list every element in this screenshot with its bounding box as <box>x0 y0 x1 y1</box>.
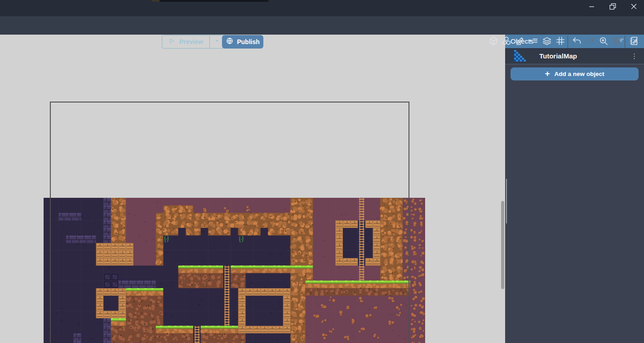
panel-scrollbar[interactable] <box>506 179 507 223</box>
instances-list-button[interactable] <box>528 36 539 48</box>
restore-button[interactable] <box>602 0 623 14</box>
preview-button-main[interactable]: Preview <box>162 36 209 48</box>
delete-button[interactable] <box>611 36 623 48</box>
objects-editor-button[interactable] <box>488 36 499 48</box>
close-icon <box>629 2 638 13</box>
preview-button[interactable]: Preview <box>162 35 225 49</box>
redo-button[interactable] <box>584 36 596 48</box>
object-groups-button[interactable] <box>501 36 512 48</box>
publish-label: Publish <box>237 38 260 45</box>
tab-strip-fragment <box>152 0 160 2</box>
object-list-item[interactable]: TutorialMap ⋮ <box>505 48 644 64</box>
restore-icon <box>608 2 617 13</box>
scene-window-frame <box>50 102 409 343</box>
grid-icon <box>555 36 565 48</box>
edit-properties-button[interactable] <box>514 36 526 48</box>
instances-list-icon <box>529 36 538 48</box>
tab-strip-fragment-dark <box>160 0 268 2</box>
close-button[interactable] <box>623 0 644 14</box>
scene-properties-button[interactable] <box>628 36 640 48</box>
publish-button[interactable]: Publish <box>222 35 263 49</box>
toolbar: Preview Publish <box>0 16 644 35</box>
pencil-icon <box>515 36 525 48</box>
add-object-button[interactable]: + Add a new object <box>511 67 639 80</box>
cube-icon <box>489 36 498 48</box>
zoom-in-button[interactable] <box>598 36 609 48</box>
trash-icon <box>612 36 622 48</box>
undo-icon <box>572 36 582 48</box>
journal-edit-icon <box>629 36 639 48</box>
cubes-icon <box>502 36 511 48</box>
minimize-icon <box>587 2 596 13</box>
play-icon <box>168 37 176 47</box>
object-name: TutorialMap <box>539 48 577 64</box>
canvas-vertical-scrollbar[interactable] <box>501 201 504 289</box>
preview-label: Preview <box>179 38 203 45</box>
toolbar-separator <box>568 36 568 48</box>
titlebar <box>0 0 644 16</box>
row-separator <box>505 64 644 64</box>
redo-icon <box>585 36 595 48</box>
scene-editor-canvas[interactable] <box>0 35 505 343</box>
globe-icon <box>226 37 234 47</box>
objects-panel: Objects TutorialMap ⋮ + Add a new object <box>505 35 644 343</box>
grid-button[interactable] <box>555 36 566 48</box>
toolbar-separator <box>625 36 625 48</box>
layers-icon <box>542 36 552 48</box>
zoom-in-icon <box>599 36 608 48</box>
add-object-label: Add a new object <box>555 71 604 77</box>
chevron-down-icon <box>214 38 220 46</box>
kebab-menu-icon[interactable]: ⋮ <box>631 48 638 64</box>
layers-button[interactable] <box>541 36 553 48</box>
undo-button[interactable] <box>571 36 583 48</box>
tilemap-object-thumbnail <box>514 50 526 62</box>
plus-icon: + <box>545 69 550 78</box>
minimize-button[interactable] <box>582 0 602 14</box>
